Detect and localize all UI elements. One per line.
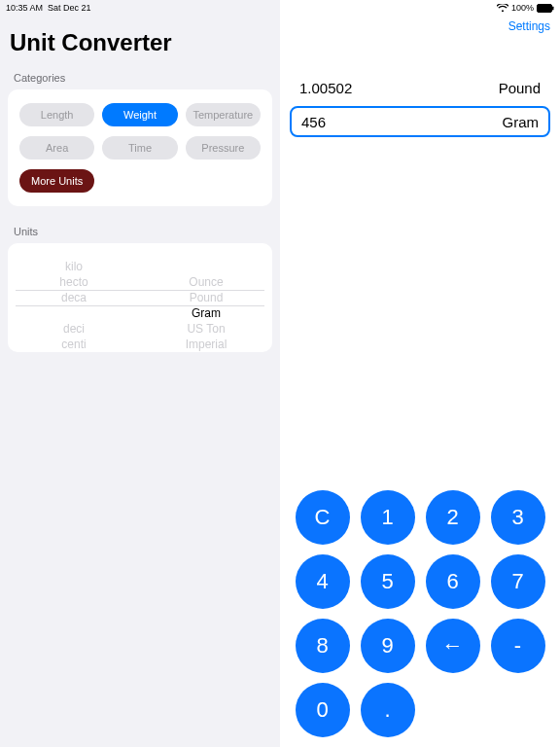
settings-button[interactable]: Settings — [508, 19, 550, 33]
key-5[interactable]: 5 — [361, 554, 415, 609]
input-row[interactable]: 456 Gram — [290, 106, 550, 137]
input-value: 456 — [301, 114, 326, 130]
unit-picker-col[interactable]: Ounce Pound Gram US Ton Imperial Metric … — [140, 243, 272, 352]
prefix-picker[interactable]: kilo hecto deca deci centi milli — [8, 243, 140, 352]
key-1[interactable]: 1 — [361, 490, 415, 545]
categories-label: Categories — [0, 66, 280, 89]
key-0[interactable]: 0 — [296, 683, 350, 737]
key-8[interactable]: 8 — [296, 619, 350, 673]
key-9[interactable]: 9 — [361, 619, 415, 673]
units-picker[interactable]: kilo hecto deca deci centi milli Ounce P… — [8, 243, 272, 352]
status-time: 10:35 AM — [6, 3, 43, 13]
result-unit: Pound — [499, 80, 541, 96]
category-area[interactable]: Area — [19, 136, 94, 160]
input-unit: Gram — [503, 114, 540, 130]
page-title: Unit Converter — [0, 14, 280, 66]
key-clear[interactable]: C — [296, 490, 350, 545]
status-date: Sat Dec 21 — [48, 3, 91, 13]
wifi-icon — [497, 4, 508, 13]
category-time[interactable]: Time — [102, 136, 177, 160]
svg-rect-0 — [538, 4, 552, 12]
result-row: 1.00502 Pound — [290, 80, 550, 96]
units-label: Units — [0, 220, 280, 243]
result-value: 1.00502 — [299, 80, 352, 96]
more-units-button[interactable]: More Units — [19, 169, 94, 193]
status-bar-right: 100% — [280, 0, 560, 14]
status-bar-left: 10:35 AM Sat Dec 21 — [0, 0, 280, 14]
category-length[interactable]: Length — [19, 103, 94, 126]
category-weight[interactable]: Weight — [102, 103, 177, 126]
category-temperature[interactable]: Temperature — [186, 103, 261, 126]
categories-card: Length Weight Temperature Area Time Pres… — [8, 89, 272, 206]
key-3[interactable]: 3 — [491, 490, 545, 545]
battery-percent: 100% — [511, 3, 534, 13]
key-6[interactable]: 6 — [426, 554, 480, 609]
svg-rect-1 — [552, 6, 554, 10]
key-back[interactable]: ← — [426, 619, 480, 673]
key-2[interactable]: 2 — [426, 490, 480, 545]
key-dot[interactable]: . — [361, 683, 415, 737]
key-minus[interactable]: - — [491, 619, 545, 673]
key-7[interactable]: 7 — [491, 554, 545, 609]
key-4[interactable]: 4 — [296, 554, 350, 609]
battery-icon — [537, 4, 554, 13]
category-pressure[interactable]: Pressure — [186, 136, 261, 160]
keypad: C 1 2 3 4 5 6 7 8 9 ← - 0 . — [280, 490, 560, 741]
